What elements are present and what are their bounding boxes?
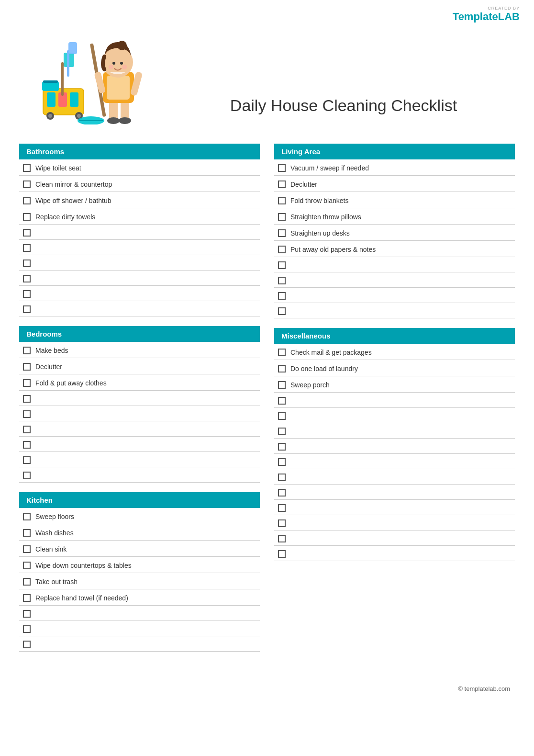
checkbox-icon[interactable] bbox=[23, 181, 31, 188]
list-item[interactable] bbox=[274, 408, 515, 423]
checkbox-icon[interactable] bbox=[23, 426, 31, 433]
checkbox-icon[interactable] bbox=[23, 456, 31, 464]
checkbox-icon[interactable] bbox=[23, 260, 31, 267]
checkbox-icon[interactable] bbox=[278, 443, 286, 451]
list-item[interactable]: Check mail & get packages bbox=[274, 344, 515, 360]
list-item[interactable] bbox=[19, 437, 260, 452]
list-item[interactable]: Replace dirty towels bbox=[19, 208, 260, 225]
checkbox-icon[interactable] bbox=[278, 535, 286, 542]
checkbox-icon[interactable] bbox=[23, 513, 31, 520]
list-item[interactable] bbox=[274, 454, 515, 469]
checkbox-icon[interactable] bbox=[23, 594, 31, 602]
list-item[interactable]: Wipe off shower / bathtub bbox=[19, 192, 260, 208]
checkbox-icon[interactable] bbox=[23, 244, 31, 252]
list-item[interactable]: Sweep porch bbox=[274, 376, 515, 393]
checkbox-icon[interactable] bbox=[278, 519, 286, 527]
checkbox-icon[interactable] bbox=[23, 229, 31, 237]
list-item[interactable] bbox=[274, 546, 515, 561]
checkbox-icon[interactable] bbox=[23, 275, 31, 282]
list-item[interactable]: Vacuum / sweep if needed bbox=[274, 159, 515, 176]
list-item[interactable] bbox=[19, 636, 260, 652]
checkbox-icon[interactable] bbox=[278, 197, 286, 204]
checkbox-icon[interactable] bbox=[23, 641, 31, 648]
list-item[interactable]: Declutter bbox=[274, 176, 515, 192]
checkbox-icon[interactable] bbox=[278, 381, 286, 389]
checkbox-icon[interactable] bbox=[278, 164, 286, 172]
checkbox-icon[interactable] bbox=[23, 410, 31, 418]
checkbox-icon[interactable] bbox=[23, 197, 31, 204]
list-item[interactable]: Put away old papers & notes bbox=[274, 241, 515, 257]
list-item[interactable] bbox=[19, 406, 260, 421]
checkbox-icon[interactable] bbox=[23, 441, 31, 449]
list-item[interactable] bbox=[274, 515, 515, 530]
checkbox-icon[interactable] bbox=[23, 347, 31, 354]
list-item[interactable]: Wash dishes bbox=[19, 524, 260, 541]
checkbox-icon[interactable] bbox=[23, 379, 31, 387]
checkbox-icon[interactable] bbox=[278, 504, 286, 512]
checkbox-icon[interactable] bbox=[23, 305, 31, 313]
list-item[interactable] bbox=[19, 225, 260, 240]
list-item[interactable]: Wipe toilet seat bbox=[19, 159, 260, 176]
checkbox-icon[interactable] bbox=[23, 562, 31, 569]
list-item[interactable] bbox=[274, 500, 515, 515]
checkbox-icon[interactable] bbox=[23, 578, 31, 586]
list-item[interactable]: Make beds bbox=[19, 342, 260, 358]
checkbox-icon[interactable] bbox=[23, 625, 31, 633]
list-item[interactable]: Clean mirror & countertop bbox=[19, 176, 260, 192]
checkbox-icon[interactable] bbox=[278, 550, 286, 558]
list-item[interactable]: Do one load of laundry bbox=[274, 360, 515, 376]
list-item[interactable]: Fold & put away clothes bbox=[19, 374, 260, 391]
checkbox-icon[interactable] bbox=[278, 349, 286, 356]
checkbox-icon[interactable] bbox=[23, 164, 31, 172]
list-item[interactable] bbox=[274, 257, 515, 272]
list-item[interactable] bbox=[19, 391, 260, 406]
list-item[interactable] bbox=[19, 301, 260, 316]
list-item[interactable]: Fold throw blankets bbox=[274, 192, 515, 208]
list-item[interactable] bbox=[19, 606, 260, 621]
list-item[interactable]: Sweep floors bbox=[19, 508, 260, 524]
checkbox-icon[interactable] bbox=[23, 290, 31, 298]
list-item[interactable] bbox=[274, 469, 515, 485]
checkbox-icon[interactable] bbox=[23, 545, 31, 553]
list-item[interactable] bbox=[19, 621, 260, 636]
checkbox-icon[interactable] bbox=[278, 229, 286, 237]
checkbox-icon[interactable] bbox=[23, 610, 31, 618]
list-item[interactable]: Take out trash bbox=[19, 573, 260, 589]
checkbox-icon[interactable] bbox=[278, 261, 286, 269]
checkbox-icon[interactable] bbox=[278, 213, 286, 221]
list-item[interactable] bbox=[274, 423, 515, 439]
checkbox-icon[interactable] bbox=[23, 213, 31, 221]
list-item[interactable]: Wipe down countertops & tables bbox=[19, 557, 260, 573]
list-item[interactable] bbox=[274, 288, 515, 303]
list-item[interactable]: Straighten up desks bbox=[274, 225, 515, 241]
checkbox-icon[interactable] bbox=[278, 428, 286, 435]
checkbox-icon[interactable] bbox=[278, 246, 286, 253]
list-item[interactable] bbox=[19, 271, 260, 286]
checkbox-icon[interactable] bbox=[278, 458, 286, 466]
list-item[interactable] bbox=[19, 467, 260, 483]
list-item[interactable] bbox=[274, 393, 515, 408]
checkbox-icon[interactable] bbox=[23, 395, 31, 403]
checkbox-icon[interactable] bbox=[23, 529, 31, 537]
list-item[interactable]: Replace hand towel (if needed) bbox=[19, 589, 260, 606]
checkbox-icon[interactable] bbox=[278, 292, 286, 300]
list-item[interactable] bbox=[19, 286, 260, 301]
checkbox-icon[interactable] bbox=[23, 472, 31, 479]
checkbox-icon[interactable] bbox=[278, 277, 286, 284]
list-item[interactable] bbox=[274, 485, 515, 500]
checkbox-icon[interactable] bbox=[23, 363, 31, 371]
list-item[interactable] bbox=[274, 439, 515, 454]
list-item[interactable] bbox=[19, 255, 260, 271]
checkbox-icon[interactable] bbox=[278, 397, 286, 405]
checkbox-icon[interactable] bbox=[278, 365, 286, 372]
list-item[interactable]: Straighten throw pillows bbox=[274, 208, 515, 225]
checkbox-icon[interactable] bbox=[278, 412, 286, 420]
checkbox-icon[interactable] bbox=[278, 489, 286, 496]
list-item[interactable] bbox=[19, 421, 260, 437]
checkbox-icon[interactable] bbox=[278, 181, 286, 188]
list-item[interactable] bbox=[274, 272, 515, 288]
list-item[interactable] bbox=[19, 240, 260, 255]
list-item[interactable]: Declutter bbox=[19, 358, 260, 374]
list-item[interactable] bbox=[274, 303, 515, 318]
checkbox-icon[interactable] bbox=[278, 307, 286, 315]
